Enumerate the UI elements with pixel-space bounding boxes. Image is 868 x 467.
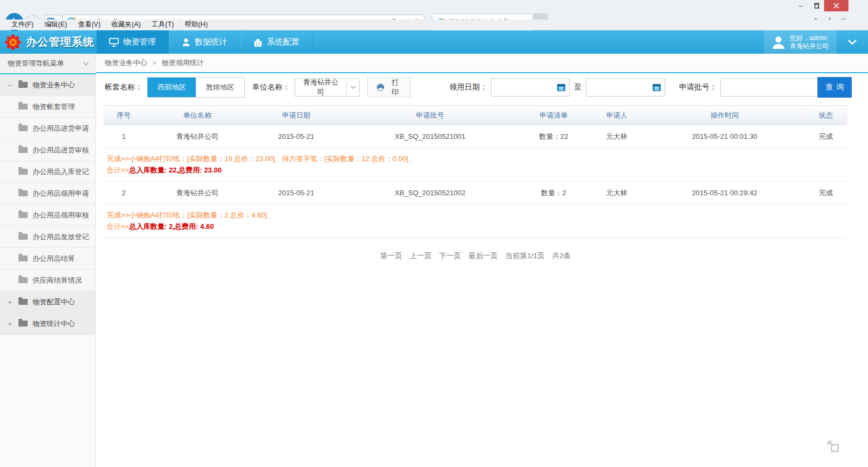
sidebar-item-label: 物资帐套管理 [33, 102, 75, 112]
page-first[interactable]: 第一页 [380, 252, 403, 260]
window-controls: – [793, 0, 848, 11]
cell-date: 2015-05-21 [251, 182, 341, 204]
detail-total-line: 合计>>总入库数量: 2,总费用: 4.60 [107, 221, 844, 232]
cell-date: 2015-05-21 [251, 125, 341, 148]
browser-chrome: – http://localhost:62002/Admin/Index.asp… [0, 0, 868, 30]
page-next[interactable]: 下一页 [439, 252, 461, 260]
sidebar-item-label: 办公用品进货申请 [33, 124, 89, 133]
close-icon [833, 3, 839, 9]
sidebar-item-label: 供应商结算情况 [33, 276, 82, 285]
unit-label: 单位名称： [252, 82, 290, 92]
sidebar-item-label: 办公用品进货审核 [33, 145, 89, 155]
col-optime: 操作时间 [645, 106, 804, 125]
folder-icon [18, 104, 28, 110]
sidebar-item-config-center[interactable]: +物资配置中心 [0, 291, 95, 313]
expand-icon[interactable]: + [8, 319, 18, 328]
sidebar-item-stats-center[interactable]: +物资统计中心 [0, 313, 95, 335]
unit-select[interactable]: 青海钻井公司 [295, 78, 360, 97]
menu-tools[interactable]: 工具(T) [146, 20, 178, 29]
sidebar-item-supplier-settlement[interactable]: 供应商结算情况 [0, 270, 95, 291]
sidebar-item-purchase-review[interactable]: 办公用品进货审核 [0, 139, 95, 161]
nav-item-statistics[interactable]: 数据统计 [169, 30, 240, 54]
cell-list: 数量：2 [519, 182, 589, 204]
cell-unit: 青海钻井公司 [144, 182, 251, 204]
detail-total-value: 总入库数量: 2,总费用: 4.60 [129, 222, 214, 231]
user-greeting: 您好，admin [790, 34, 829, 42]
main-panel: 物资业务中心 > 物资领用统计 帐套名称： 西部地区 敦煌地区 单位名称： 青海… [96, 54, 868, 467]
cell-list: 数量：22 [519, 125, 589, 148]
detail-items: 完成>>小钢炮A4打印纸：[实际数量：2 总价：4.60]、 [107, 209, 844, 221]
detail-total-value: 总入库数量: 22,总费用: 23.00 [129, 166, 222, 174]
close-button[interactable] [824, 0, 848, 11]
cell-applicant: 元大林 [589, 182, 645, 204]
nav-item-label: 系统配置 [267, 37, 299, 47]
folder-icon [18, 321, 28, 327]
collapse-icon[interactable]: − [8, 81, 18, 89]
user-menu-toggle[interactable] [837, 30, 868, 54]
calendar-icon[interactable] [557, 83, 566, 92]
sidebar-item-label: 办公用品发放登记 [33, 232, 89, 242]
page-last[interactable]: 最后一页 [468, 252, 497, 260]
cell-unit: 青海钻井公司 [144, 125, 251, 148]
sidebar-item-use-apply[interactable]: 办公用品领用申请 [0, 183, 95, 204]
folder-icon [18, 212, 28, 218]
query-button[interactable]: 查询 [818, 77, 852, 98]
breadcrumb-page: 物资领用统计 [162, 58, 204, 68]
sidebar-item-label: 办公用品结算 [33, 254, 75, 264]
account-tab-west[interactable]: 西部地区 [148, 78, 196, 97]
folder-icon [18, 299, 28, 305]
maximize-icon [813, 3, 819, 9]
sidebar-item-issue-register[interactable]: 办公用品发放登记 [0, 226, 95, 248]
calendar-icon[interactable] [652, 83, 661, 92]
browser-menubar: 文件(F) 编辑(E) 查看(V) 收藏夹(A) 工具(T) 帮助(H) [0, 20, 868, 30]
menu-edit[interactable]: 编辑(E) [40, 20, 72, 29]
pagination: 第一页 上一页 下一页 最后一页 当前第1/1页 共2条 [104, 251, 847, 261]
corner-restore-icon[interactable] [827, 440, 840, 453]
batch-label: 申请批号： [679, 82, 717, 92]
sidebar-item-label: 办公用品领用审核 [33, 210, 89, 220]
print-label: 打印 [389, 78, 401, 97]
menu-view[interactable]: 查看(V) [73, 20, 106, 29]
sidebar-item-purchase-apply[interactable]: 办公用品进货申请 [0, 118, 95, 139]
sidebar-item-use-review[interactable]: 办公用品领用审核 [0, 204, 95, 226]
date-from-input[interactable] [491, 78, 570, 97]
date-to-input[interactable] [586, 78, 665, 97]
nav-item-label: 数据统计 [195, 37, 227, 47]
cell-optime: 2015-05-21 00:29:42 [645, 182, 804, 204]
batch-input[interactable] [720, 78, 818, 97]
select-caret[interactable] [346, 79, 359, 96]
app-title: 办公管理系统 [26, 35, 94, 49]
table-detail-row: 完成>>小钢炮A4打印纸：[实际数量：2 总价：4.60]、 合计>>总入库数量… [104, 204, 847, 238]
sidebar-item-account-mgmt[interactable]: 物资帐套管理 [0, 96, 95, 118]
table-row[interactable]: 2 青海钻井公司 2015-05-21 XB_SQ_20150521002 数量… [104, 182, 847, 204]
cell-optime: 2015-05-21 00:01:30 [645, 125, 804, 148]
cell-seq: 1 [104, 125, 144, 148]
expand-icon[interactable]: + [8, 298, 18, 306]
app-top-nav: 办公管理系统 物资管理 数据统计 系统配置 您好，admin 青海钻井公司 [0, 30, 868, 54]
breadcrumb-separator: > [152, 59, 156, 67]
table-row[interactable]: 1 青海钻井公司 2015-05-21 XB_SQ_20150521001 数量… [104, 125, 847, 148]
sidebar-header[interactable]: 物资管理导航菜单 [0, 54, 95, 74]
page-prev[interactable]: 上一页 [410, 252, 432, 260]
menu-help[interactable]: 帮助(H) [180, 20, 212, 29]
col-unit: 单位名称 [144, 106, 251, 125]
results-table: 序号 单位名称 申请日期 申请批号 申请清单 申请人 操作时间 状态 1 青海钻… [104, 105, 847, 238]
sidebar-item-business-center[interactable]: −物资业务中心 [0, 74, 95, 96]
sidebar-item-inbound-register[interactable]: 办公用品入库登记 [0, 161, 95, 183]
col-list: 申请清单 [519, 106, 589, 125]
sidebar: 物资管理导航菜单 −物资业务中心 物资帐套管理 办公用品进货申请 办公用品进货审… [0, 54, 96, 467]
nav-item-materials[interactable]: 物资管理 [96, 30, 169, 54]
maximize-button[interactable] [808, 0, 824, 11]
detail-total-line: 合计>>总入库数量: 22,总费用: 23.00 [107, 164, 844, 176]
col-date: 申请日期 [251, 106, 341, 125]
sidebar-item-settlement[interactable]: 办公用品结算 [0, 248, 95, 270]
nav-item-system-config[interactable]: 系统配置 [240, 30, 312, 54]
user-info[interactable]: 您好，admin 青海钻井公司 [764, 30, 837, 54]
print-button[interactable]: 打印 [367, 78, 411, 97]
menu-favorites[interactable]: 收藏夹(A) [106, 20, 145, 29]
minimize-button[interactable]: – [793, 0, 808, 11]
detail-total-prefix: 合计>> [107, 222, 129, 231]
breadcrumb-section[interactable]: 物资业务中心 [105, 58, 147, 68]
menu-file[interactable]: 文件(F) [7, 20, 39, 29]
account-tab-dunhuang[interactable]: 敦煌地区 [196, 78, 244, 97]
